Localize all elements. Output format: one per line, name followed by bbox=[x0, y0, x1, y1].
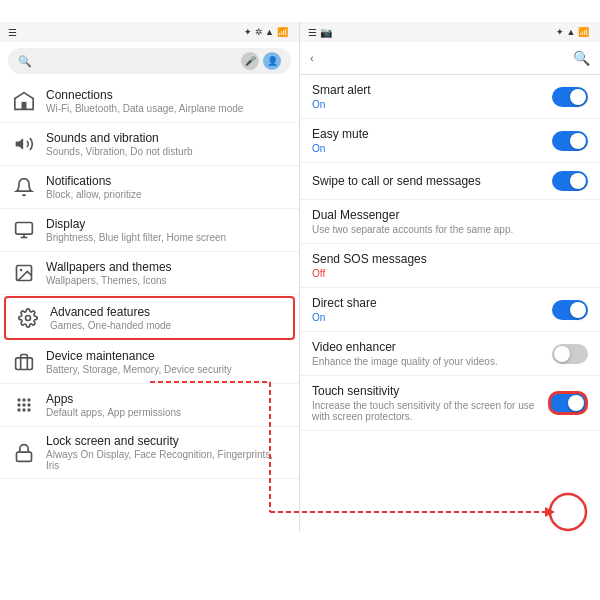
toggle-touch-sensitivity[interactable] bbox=[548, 391, 588, 415]
feature-item-send-sos[interactable]: Send SOS messages Off bbox=[300, 244, 600, 288]
header bbox=[0, 0, 600, 22]
menu-item-device[interactable]: Device maintenance Battery, Storage, Mem… bbox=[0, 341, 299, 384]
svg-point-11 bbox=[17, 403, 20, 406]
feature-name-send-sos: Send SOS messages bbox=[312, 252, 427, 266]
apps-icon bbox=[10, 391, 38, 419]
search-icon: 🔍 bbox=[18, 55, 124, 68]
device-icon bbox=[10, 348, 38, 376]
back-button[interactable]: ‹ bbox=[310, 52, 318, 64]
menu-item-advanced[interactable]: Advanced features Games, One-handed mode bbox=[4, 296, 295, 340]
svg-point-9 bbox=[22, 398, 25, 401]
menu-title-advanced: Advanced features bbox=[50, 305, 285, 319]
menu-title-notifications: Notifications bbox=[46, 174, 289, 188]
feature-list: Smart alert On Easy mute On Swipe to cal… bbox=[300, 75, 600, 431]
toggle-swipe-call[interactable] bbox=[552, 171, 588, 191]
feature-item-swipe-call[interactable]: Swipe to call or send messages bbox=[300, 163, 600, 200]
menu-item-sounds[interactable]: Sounds and vibration Sounds, Vibration, … bbox=[0, 123, 299, 166]
menu-title-sounds: Sounds and vibration bbox=[46, 131, 289, 145]
menu-item-notifications[interactable]: Notifications Block, allow, prioritize bbox=[0, 166, 299, 209]
feature-item-touch-sensitivity[interactable]: Touch sensitivity Increase the touch sen… bbox=[300, 376, 600, 431]
menu-title-connections: Connections bbox=[46, 88, 289, 102]
menu-title-display: Display bbox=[46, 217, 289, 231]
svg-point-8 bbox=[17, 398, 20, 401]
svg-point-14 bbox=[17, 408, 20, 411]
toggle-direct-share[interactable] bbox=[552, 300, 588, 320]
avatar-icon[interactable]: 👤 bbox=[263, 52, 281, 70]
menu-title-apps: Apps bbox=[46, 392, 289, 406]
feature-sub-video-enhancer: Enhance the image quality of your videos… bbox=[312, 356, 498, 367]
menu-item-lock[interactable]: Lock screen and security Always On Displ… bbox=[0, 427, 299, 479]
left-status-icon: ☰ bbox=[8, 27, 17, 38]
back-icon: ‹ bbox=[310, 52, 314, 64]
feature-name-smart-alert: Smart alert bbox=[312, 83, 371, 97]
advanced-icon bbox=[14, 304, 42, 332]
feature-name-touch-sensitivity: Touch sensitivity bbox=[312, 384, 548, 398]
toggle-smart-alert[interactable] bbox=[552, 87, 588, 107]
feature-sub-smart-alert: On bbox=[312, 99, 371, 110]
left-status-bar: ☰ ✦ ✲ ▲ 📶 bbox=[0, 22, 299, 42]
lock-icon bbox=[10, 439, 38, 467]
feature-sub-direct-share: On bbox=[312, 312, 377, 323]
menu-item-connections[interactable]: Connections Wi-Fi, Bluetooth, Data usage… bbox=[0, 80, 299, 123]
menu-sub-connections: Wi-Fi, Bluetooth, Data usage, Airplane m… bbox=[46, 103, 289, 114]
menu-item-apps[interactable]: Apps Default apps, App permissions bbox=[0, 384, 299, 427]
menu-sub-wallpapers: Wallpapers, Themes, Icons bbox=[46, 275, 289, 286]
connections-icon bbox=[10, 87, 38, 115]
search-bar[interactable]: 🔍 🎤 👤 bbox=[8, 48, 291, 74]
feature-name-direct-share: Direct share bbox=[312, 296, 377, 310]
menu-title-device: Device maintenance bbox=[46, 349, 289, 363]
feature-name-easy-mute: Easy mute bbox=[312, 127, 369, 141]
feature-sub-touch-sensitivity: Increase the touch sensitivity of the sc… bbox=[312, 400, 548, 422]
feature-sub-dual-messenger: Use two separate accounts for the same a… bbox=[312, 224, 513, 235]
feature-item-smart-alert[interactable]: Smart alert On bbox=[300, 75, 600, 119]
svg-point-6 bbox=[26, 316, 31, 321]
wallpapers-icon bbox=[10, 259, 38, 287]
feature-item-easy-mute[interactable]: Easy mute On bbox=[300, 119, 600, 163]
menu-sub-device: Battery, Storage, Memory, Device securit… bbox=[46, 364, 289, 375]
feature-sub-send-sos: Off bbox=[312, 268, 427, 279]
menu-list: Connections Wi-Fi, Bluetooth, Data usage… bbox=[0, 80, 299, 479]
left-panel: ☰ ✦ ✲ ▲ 📶 🔍 🎤 👤 Connections Wi-Fi, Bluet… bbox=[0, 22, 300, 532]
menu-sub-lock: Always On Display, Face Recognition, Fin… bbox=[46, 449, 289, 471]
svg-rect-17 bbox=[17, 452, 32, 461]
svg-point-16 bbox=[27, 408, 30, 411]
svg-rect-7 bbox=[16, 358, 33, 370]
right-panel: ☰ 📷 ✦ ▲ 📶 ‹ 🔍 Smart alert On bbox=[300, 22, 600, 532]
right-search-icon[interactable]: 🔍 bbox=[573, 50, 590, 66]
menu-sub-display: Brightness, Blue light filter, Home scre… bbox=[46, 232, 289, 243]
menu-title-lock: Lock screen and security bbox=[46, 434, 289, 448]
svg-rect-1 bbox=[16, 223, 33, 235]
toggle-video-enhancer[interactable] bbox=[552, 344, 588, 364]
right-topbar: ‹ 🔍 bbox=[300, 42, 600, 75]
mic-icon[interactable]: 🎤 bbox=[241, 52, 259, 70]
menu-sub-advanced: Games, One-handed mode bbox=[50, 320, 285, 331]
svg-rect-0 bbox=[22, 102, 27, 110]
right-status-icons: ✦ ▲ 📶 bbox=[556, 27, 592, 37]
sounds-icon bbox=[10, 130, 38, 158]
feature-name-swipe-call: Swipe to call or send messages bbox=[312, 174, 481, 188]
right-status-bar: ☰ 📷 ✦ ▲ 📶 bbox=[300, 22, 600, 42]
notifications-icon bbox=[10, 173, 38, 201]
feature-item-dual-messenger[interactable]: Dual Messenger Use two separate accounts… bbox=[300, 200, 600, 244]
right-status-icon: ☰ 📷 bbox=[308, 27, 332, 38]
menu-sub-sounds: Sounds, Vibration, Do not disturb bbox=[46, 146, 289, 157]
menu-title-wallpapers: Wallpapers and themes bbox=[46, 260, 289, 274]
search-action-icons: 🎤 👤 bbox=[241, 52, 281, 70]
left-status-icons: ✦ ✲ ▲ 📶 bbox=[244, 27, 291, 37]
feature-item-direct-share[interactable]: Direct share On bbox=[300, 288, 600, 332]
display-icon bbox=[10, 216, 38, 244]
svg-point-5 bbox=[20, 269, 22, 272]
feature-item-video-enhancer[interactable]: Video enhancer Enhance the image quality… bbox=[300, 332, 600, 376]
toggle-easy-mute[interactable] bbox=[552, 131, 588, 151]
feature-name-dual-messenger: Dual Messenger bbox=[312, 208, 513, 222]
svg-point-12 bbox=[22, 403, 25, 406]
feature-name-video-enhancer: Video enhancer bbox=[312, 340, 498, 354]
menu-item-display[interactable]: Display Brightness, Blue light filter, H… bbox=[0, 209, 299, 252]
feature-sub-easy-mute: On bbox=[312, 143, 369, 154]
menu-sub-apps: Default apps, App permissions bbox=[46, 407, 289, 418]
menu-sub-notifications: Block, allow, prioritize bbox=[46, 189, 289, 200]
menu-item-wallpapers[interactable]: Wallpapers and themes Wallpapers, Themes… bbox=[0, 252, 299, 295]
svg-point-10 bbox=[27, 398, 30, 401]
svg-point-13 bbox=[27, 403, 30, 406]
panels-container: ☰ ✦ ✲ ▲ 📶 🔍 🎤 👤 Connections Wi-Fi, Bluet… bbox=[0, 22, 600, 532]
